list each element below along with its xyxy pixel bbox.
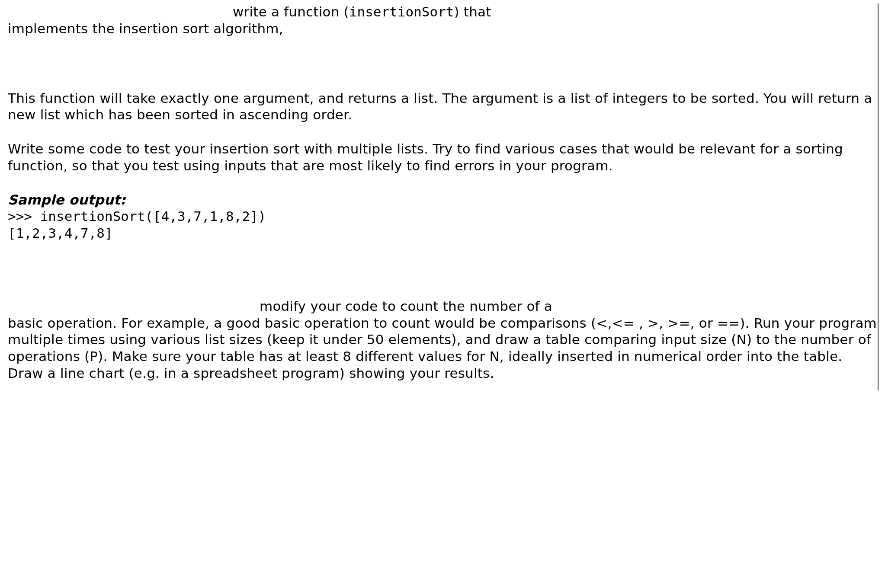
paragraph-1-cont: implements the insertion sort algorithm, [8,20,879,37]
spacer [8,242,879,298]
paragraph-1: write a function (insertionSort) that [8,3,879,20]
code-inline-insertionsort: insertionSort [349,4,454,19]
paragraph-4: modify your code to count the number of … [8,298,879,315]
text-fragment: modify your code to count the number of … [260,298,552,314]
page-right-border [878,3,879,390]
spacer [8,174,879,192]
spacer [8,123,879,141]
document-body: write a function (insertionSort) that im… [8,3,879,382]
paragraph-3: Write some code to test your insertion s… [8,141,879,174]
text-fragment: write a function ( [233,4,349,19]
paragraph-4-cont: basic operation. For example, a good bas… [8,315,879,382]
spacer [8,37,879,90]
sample-code-line-1: >>> insertionSort([4,3,7,1,8,2]) [8,208,879,225]
sample-code-line-2: [1,2,3,4,7,8] [8,225,879,242]
paragraph-2: This function will take exactly one argu… [8,90,879,124]
text-fragment: ) that [454,4,491,19]
sample-output-label: Sample output: [8,192,879,208]
